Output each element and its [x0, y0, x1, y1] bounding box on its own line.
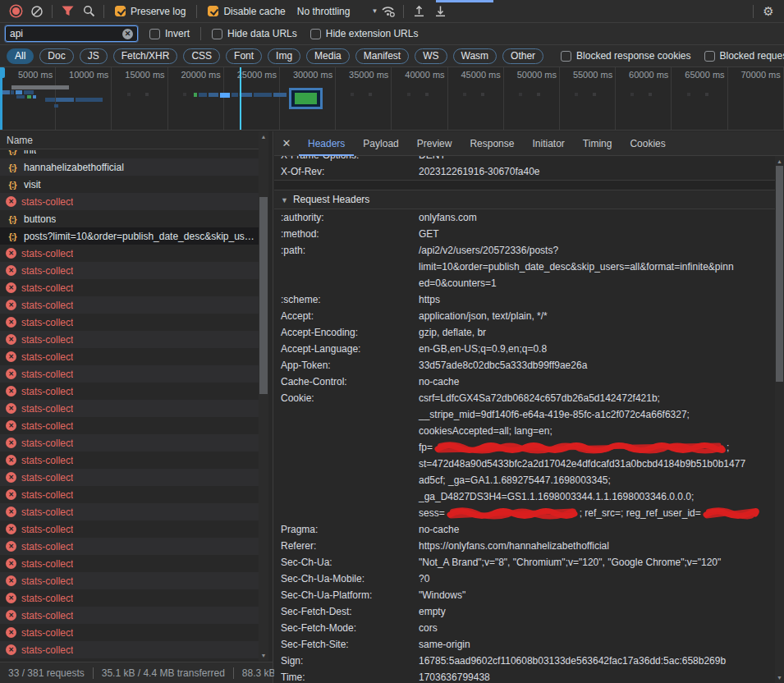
request-headers-section[interactable]: ▼Request Headers: [274, 190, 775, 209]
request-row-stats-collect[interactable]: ✕stats-collect: [0, 607, 259, 624]
scroll-down-icon[interactable]: ▼: [259, 653, 268, 658]
request-row-stats-collect[interactable]: ✕stats-collect: [0, 262, 259, 279]
type-filter-other[interactable]: Other: [502, 48, 543, 64]
request-row-stats-collect[interactable]: ✕stats-collect: [0, 624, 259, 641]
header-row-sec-fetch-mode: Sec-Fetch-Mode:cors: [274, 620, 775, 636]
record-button[interactable]: [5, 2, 26, 21]
top-blue-indicator: [436, 0, 493, 2]
scrollbar-thumb[interactable]: [259, 197, 268, 394]
request-row-buttons[interactable]: {:}buttons: [0, 210, 259, 227]
type-filter-css[interactable]: CSS: [183, 48, 220, 64]
request-row-stats-collect[interactable]: ✕stats-collect: [0, 279, 259, 296]
request-row-stats-collect[interactable]: ✕stats-collect: [0, 434, 259, 452]
type-filter-js[interactable]: JS: [80, 48, 108, 64]
toolbar-divider: [753, 5, 754, 18]
overview-window-handle-grip[interactable]: [0, 67, 5, 78]
filter-toggle-button[interactable]: [57, 2, 78, 21]
request-row-stats-collect[interactable]: ✕stats-collect: [0, 589, 259, 607]
hide-extension-urls-checkbox[interactable]: Hide extension URLs: [310, 28, 419, 39]
header-row-sign: Sign:16785:5aad9602cf110608b03133de56364…: [274, 653, 775, 669]
request-row-stats-collect[interactable]: ✕stats-collect: [0, 538, 259, 555]
preserve-log-checkbox[interactable]: Preserve log: [115, 6, 186, 17]
request-row-stats-collect[interactable]: ✕stats-collect: [0, 193, 259, 210]
requests-scrollbar[interactable]: ▲ ▼: [259, 131, 268, 661]
export-har-button[interactable]: [429, 2, 451, 21]
upload-icon: [413, 5, 425, 17]
scroll-down-icon[interactable]: ▼: [775, 675, 784, 681]
type-filter-fetch-xhr[interactable]: Fetch/XHR: [113, 48, 178, 64]
disable-cache-checkbox[interactable]: Disable cache: [208, 6, 285, 17]
header-value: no-cache: [419, 521, 775, 538]
hide-data-urls-checkbox[interactable]: Hide data URLs: [212, 28, 297, 39]
blocked-response-cookies-checkbox[interactable]: Blocked response cookies: [561, 50, 690, 62]
error-icon: ✕: [6, 351, 16, 362]
scrollbar-thumb[interactable]: [776, 166, 783, 382]
search-button[interactable]: [78, 2, 99, 21]
headers-content: X-Frame-Options:DENYX-Of-Rev:20231226191…: [274, 156, 775, 683]
request-row-stats-collect[interactable]: ✕stats-collect: [0, 400, 259, 417]
settings-gear-icon[interactable]: ⚙: [758, 2, 779, 21]
type-filter-doc[interactable]: Doc: [39, 48, 73, 64]
request-row-stats-collect[interactable]: ✕stats-collect: [0, 452, 259, 469]
tab-payload[interactable]: Payload: [354, 131, 407, 156]
request-row-stats-collect[interactable]: ✕stats-collect: [0, 314, 259, 331]
type-filter-media[interactable]: Media: [306, 48, 350, 64]
invert-checkbox[interactable]: Invert: [149, 28, 190, 39]
type-filter-wasm[interactable]: Wasm: [453, 48, 497, 64]
header-row-cache-control: Cache-Control:no-cache: [274, 374, 775, 390]
header-value: application/json, text/plain, */*: [419, 308, 775, 324]
request-row-stats-collect[interactable]: ✕stats-collect: [0, 383, 259, 400]
import-har-button[interactable]: [408, 2, 429, 21]
request-row-stats-collect[interactable]: ✕stats-collect: [0, 572, 259, 589]
blocked-requests-label: Blocked requests: [720, 50, 784, 62]
tab-timing[interactable]: Timing: [574, 131, 621, 156]
clear-button[interactable]: [26, 2, 48, 21]
request-row-stats-collect[interactable]: ✕stats-collect: [0, 486, 259, 503]
request-row-stats-collect[interactable]: ✕stats-collect: [0, 331, 259, 348]
tab-preview[interactable]: Preview: [408, 131, 461, 156]
request-row-stats-collect[interactable]: ✕stats-collect: [0, 348, 259, 365]
throttling-select[interactable]: No throttling ▼: [297, 6, 378, 17]
request-row-stats-collect[interactable]: ✕stats-collect: [0, 641, 259, 658]
request-row-init[interactable]: {:}init: [0, 150, 259, 158]
network-conditions-button[interactable]: [378, 2, 399, 21]
request-row-stats-collect[interactable]: ✕stats-collect: [0, 245, 259, 262]
request-row-stats-collect[interactable]: ✕stats-collect: [0, 417, 259, 434]
tab-initiator[interactable]: Initiator: [523, 131, 573, 156]
json-fetch-icon: {:}: [6, 214, 19, 224]
request-row-stats-collect[interactable]: ✕stats-collect: [0, 296, 259, 314]
request-row-visit[interactable]: {:}visit: [0, 176, 259, 193]
type-filter-ws[interactable]: WS: [415, 48, 447, 64]
waterfall-bar: [220, 93, 230, 98]
tab-cookies[interactable]: Cookies: [621, 131, 674, 156]
request-row-stats-collect[interactable]: ✕stats-collect: [0, 365, 259, 383]
record-icon: [12, 7, 20, 15]
close-detail-icon[interactable]: ✕: [274, 137, 299, 149]
type-filter-manifest[interactable]: Manifest: [355, 48, 409, 64]
type-filter-font[interactable]: Font: [226, 48, 262, 64]
toolbar-divider: [403, 5, 404, 18]
request-row-stats-collect[interactable]: ✕stats-collect: [0, 555, 259, 572]
waterfall-overview[interactable]: 5000 ms10000 ms15000 ms20000 ms25000 ms3…: [0, 67, 784, 131]
tab-response[interactable]: Response: [461, 131, 523, 156]
request-row-hannahelizabethofficial[interactable]: {:}hannahelizabethofficial: [0, 158, 259, 176]
tab-headers[interactable]: Headers: [299, 131, 354, 156]
error-icon: ✕: [6, 558, 16, 569]
type-filter-img[interactable]: Img: [268, 48, 300, 64]
request-row-posts-limit-10-order-publish-date-desc-s[interactable]: {:}posts?limit=10&order=publish_date_des…: [0, 227, 259, 245]
name-column-header[interactable]: Name: [0, 131, 259, 149]
request-name: stats-collect: [21, 593, 73, 604]
waterfall-bar: [16, 95, 25, 99]
blocked-requests-checkbox[interactable]: Blocked requests: [704, 50, 784, 62]
filter-input[interactable]: api ✕: [5, 25, 138, 42]
request-row-stats-collect[interactable]: ✕stats-collect: [0, 503, 259, 520]
scroll-up-icon[interactable]: ▲: [259, 134, 268, 140]
request-row-stats-collect[interactable]: ✕stats-collect: [0, 469, 259, 486]
clear-filter-icon[interactable]: ✕: [122, 29, 133, 39]
request-row-stats-collect[interactable]: ✕stats-collect: [0, 520, 259, 538]
waterfall-bar: [56, 98, 74, 102]
scroll-up-icon[interactable]: ▲: [775, 158, 784, 164]
header-value: https: [419, 291, 775, 308]
type-filter-all[interactable]: All: [7, 48, 34, 64]
detail-scrollbar[interactable]: ▲ ▼: [775, 156, 784, 683]
